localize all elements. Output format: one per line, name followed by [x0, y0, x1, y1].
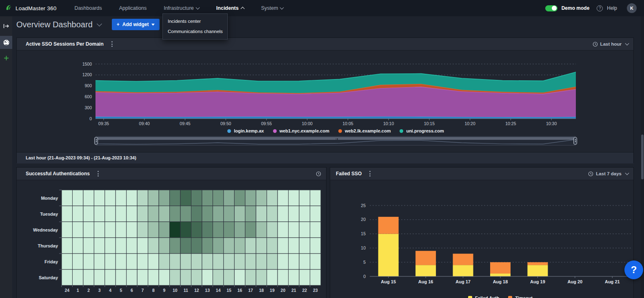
svg-text:Friday: Friday	[44, 259, 58, 264]
chevron-down-icon	[280, 6, 284, 10]
widget-title: Successful Authentications	[26, 171, 90, 177]
clock-icon	[588, 171, 593, 177]
nav-item-applications[interactable]: Applications	[119, 5, 147, 11]
legend-swatch-icon	[468, 296, 472, 298]
kebab-menu-icon[interactable]	[110, 40, 114, 48]
svg-text:09:45: 09:45	[180, 121, 190, 126]
demo-mode-toggle[interactable]	[545, 5, 557, 11]
legend-item-Failed Auth[interactable]: Failed Auth	[468, 296, 499, 298]
widget-title: Failed SSO	[336, 171, 362, 177]
widget-header: Active SSO Sessions Per Domain Last hour	[17, 38, 633, 51]
svg-text:600: 600	[84, 94, 92, 99]
legend-item-web2.lk.example.com[interactable]: web2.lk.example.com	[338, 128, 391, 133]
svg-text:Saturday: Saturday	[39, 275, 58, 280]
svg-text:15: 15	[361, 231, 366, 236]
legend-dot-icon	[273, 129, 277, 133]
time-range-selector[interactable]: Last hour	[593, 42, 628, 47]
widget-failed-sso: Failed SSO Last 7 days 0510152025Aug 15A…	[330, 167, 634, 298]
svg-text:09:55: 09:55	[261, 121, 272, 126]
legend-item-uni.progress.com[interactable]: uni.progress.com	[400, 128, 444, 133]
svg-text:2: 2	[87, 288, 90, 293]
svg-text:17: 17	[248, 288, 253, 293]
svg-text:22: 22	[302, 288, 307, 293]
svg-text:10: 10	[173, 288, 178, 293]
svg-text:10:10: 10:10	[383, 121, 394, 126]
user-avatar[interactable]: K	[627, 3, 637, 13]
legend-item-login.kemp.ax[interactable]: login.kemp.ax	[227, 128, 264, 133]
incidents-dropdown-menu: Incidents center Communications channels	[162, 13, 228, 40]
chevron-down-icon	[625, 42, 629, 46]
svg-text:1200: 1200	[82, 72, 92, 77]
svg-text:14: 14	[216, 288, 221, 293]
svg-text:1500: 1500	[82, 62, 92, 66]
loadmaster-logo-icon	[5, 4, 13, 13]
area-chart-legend: login.kemp.axweb1.nyc.example.comweb2.lk…	[95, 128, 576, 134]
svg-text:900: 900	[84, 83, 92, 88]
floating-help-button[interactable]: ?	[624, 260, 643, 279]
legend-dot-icon	[338, 129, 342, 133]
svg-text:9: 9	[163, 288, 165, 293]
kebab-menu-icon[interactable]	[96, 170, 100, 178]
time-range-selector[interactable]: Last 7 days	[588, 171, 628, 177]
expand-arrow-icon	[3, 23, 9, 29]
svg-text:09:35: 09:35	[98, 121, 109, 126]
svg-text:3: 3	[98, 288, 101, 293]
help-link[interactable]: Help	[607, 5, 617, 11]
nav-item-incidents[interactable]: Incidents	[216, 5, 244, 11]
legend-dot-icon	[400, 129, 403, 133]
chart-brush-track[interactable]	[95, 136, 576, 146]
nav-item-system[interactable]: System	[261, 5, 284, 11]
widget-successful-authentications: Successful Authentications MondayTuesday…	[16, 167, 326, 298]
svg-text:19: 19	[270, 288, 275, 293]
legend-swatch-icon	[508, 296, 512, 298]
svg-text:5: 5	[120, 288, 122, 293]
brand[interactable]: LoadMaster 360	[5, 4, 56, 13]
svg-text:1: 1	[77, 288, 79, 293]
main-nav: Dashboards Applications Infrastructure I…	[74, 5, 283, 11]
chevron-down-icon	[195, 6, 200, 10]
svg-text:09:40: 09:40	[139, 121, 150, 126]
chevron-up-icon	[240, 7, 244, 11]
svg-text:5: 5	[363, 260, 366, 265]
svg-text:Aug 20: Aug 20	[568, 279, 583, 284]
page-scrollbar-thumb[interactable]	[641, 135, 644, 179]
add-widget-button[interactable]: + Add widget	[112, 19, 160, 30]
svg-text:13: 13	[205, 288, 210, 293]
svg-text:10:30: 10:30	[546, 121, 557, 126]
kebab-menu-icon[interactable]	[368, 170, 372, 178]
brush-center-grip-icon	[336, 138, 338, 140]
brush-right-handle[interactable]	[573, 137, 577, 145]
chevron-down-icon[interactable]	[97, 21, 102, 26]
brush-left-handle[interactable]	[94, 137, 98, 145]
menu-item-communications-channels[interactable]: Communications channels	[163, 26, 227, 37]
brush-selected-range[interactable]	[96, 137, 575, 140]
widget-title: Active SSO Sessions Per Domain	[26, 41, 104, 47]
page-title[interactable]: Overview Dashboard	[16, 20, 93, 29]
svg-text:Aug 21: Aug 21	[605, 279, 620, 284]
nav-item-infrastructure[interactable]: Infrastructure	[164, 5, 199, 11]
widget-header: Failed SSO Last 7 days	[330, 168, 633, 180]
svg-text:16: 16	[238, 288, 242, 293]
svg-text:Thursday: Thursday	[38, 243, 58, 248]
sidebar-expand-button[interactable]	[0, 20, 12, 33]
svg-text:25: 25	[361, 203, 366, 208]
legend-item-Timeout[interactable]: Timeout	[508, 296, 533, 298]
page-scrollbar-track[interactable]	[641, 16, 644, 298]
help-circle-icon[interactable]: ?	[597, 5, 603, 11]
svg-text:4: 4	[109, 288, 111, 293]
sidebar-dashboards-button[interactable]	[0, 36, 12, 49]
menu-item-incidents-center[interactable]: Incidents center	[163, 16, 227, 26]
sidebar-add-dashboard-button[interactable]	[0, 51, 12, 64]
svg-text:Aug 16: Aug 16	[418, 279, 433, 284]
svg-text:10:20: 10:20	[465, 121, 475, 126]
time-range-icon-button[interactable]	[316, 171, 321, 177]
svg-text:11: 11	[184, 288, 188, 293]
legend-item-web1.nyc.example.com[interactable]: web1.nyc.example.com	[273, 128, 329, 133]
chevron-down-icon	[625, 171, 629, 175]
svg-text:Tuesday: Tuesday	[40, 212, 58, 216]
nav-item-dashboards[interactable]: Dashboards	[74, 5, 102, 11]
widget-header: Successful Authentications	[17, 168, 326, 180]
svg-text:10:25: 10:25	[505, 121, 516, 126]
svg-text:Monday: Monday	[41, 196, 58, 201]
svg-text:Aug 19: Aug 19	[530, 279, 545, 284]
